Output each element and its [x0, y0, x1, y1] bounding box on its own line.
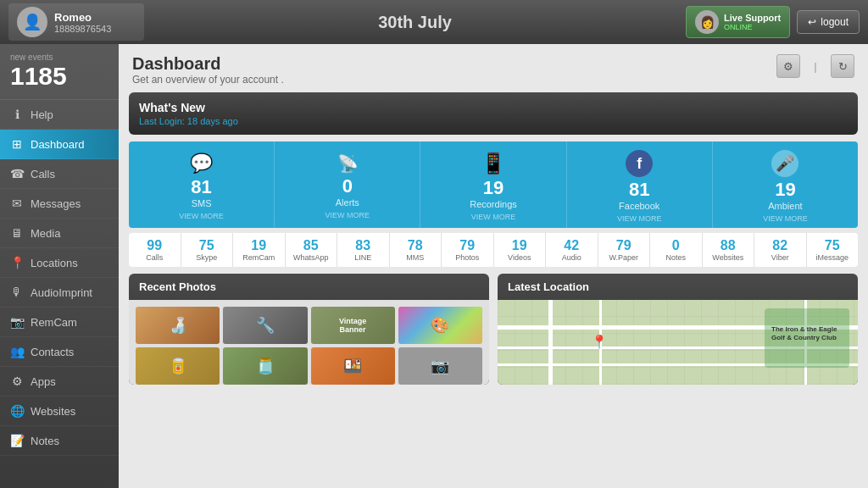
facebook-number: 81	[629, 179, 649, 201]
remcam-icon: 📷	[10, 315, 24, 329]
mini-stat-photos[interactable]: 79 Photos	[442, 233, 494, 267]
photo-thumb-5[interactable]: 🥫	[136, 347, 220, 385]
nav-label-notes: Notes	[31, 435, 59, 447]
support-label: Live Support	[724, 13, 781, 23]
alerts-icon: 📡	[337, 153, 357, 174]
facebook-view-more: VIEW MORE	[617, 214, 662, 223]
recent-photos-content: 🍶 🔧 VintageBanner 🎨 🥫 🫙 🍱 📷	[129, 300, 489, 385]
nav-label-contacts: Contacts	[31, 346, 74, 358]
nav-label-remcam: RemCam	[31, 316, 77, 329]
photo-thumb-7[interactable]: 🍱	[311, 347, 395, 385]
mini-stat-imessage[interactable]: 75 iMessage	[807, 233, 859, 267]
photo-thumb-1[interactable]: 🍶	[136, 307, 220, 344]
user-info: 👤 Romeo 18889876543	[8, 3, 144, 41]
sidebar-item-calls[interactable]: ☎ Calls	[0, 159, 119, 189]
sidebar-item-websites[interactable]: 🌐 Websites	[0, 396, 119, 426]
sidebar: new events 1185 ℹ Help ⊞ Dashboard ☎ Cal…	[0, 44, 119, 488]
bottom-panels: Recent Photos 🍶 🔧 VintageBanner 🎨 🥫 🫙 🍱 …	[129, 274, 858, 385]
page-title: Dashboard	[132, 54, 284, 74]
nav-label-audioimprint: AudioImprint	[31, 286, 92, 299]
map-pin: 📍	[591, 334, 608, 350]
photo-thumb-6[interactable]: 🫙	[223, 347, 307, 385]
dashboard-icon: ⊞	[10, 137, 24, 151]
photo-thumb-2[interactable]: 🔧	[223, 307, 307, 344]
mini-stat-wpaper[interactable]: 79 W.Paper	[598, 233, 651, 267]
audioimprint-icon: 🎙	[10, 286, 24, 299]
header-right: 👩 Live Support ONLINE ↩ logout	[686, 6, 860, 38]
sidebar-item-apps[interactable]: ⚙ Apps	[0, 367, 119, 396]
sms-number: 81	[191, 176, 211, 198]
notes-icon: 📝	[10, 434, 24, 447]
mini-stat-skype[interactable]: 75 Skype	[181, 233, 234, 267]
mini-stat-notes[interactable]: 0 Notes	[650, 233, 703, 267]
date-display: 30th July	[153, 13, 677, 32]
ambient-view-more: VIEW MORE	[763, 214, 808, 223]
main-layout: new events 1185 ℹ Help ⊞ Dashboard ☎ Cal…	[0, 44, 868, 488]
stat-recordings[interactable]: 📱 19 Recordings VIEW MORE	[420, 141, 566, 228]
support-avatar: 👩	[695, 10, 719, 34]
contacts-icon: 👥	[10, 345, 24, 358]
photo-thumb-3[interactable]: VintageBanner	[311, 307, 395, 344]
stat-sms[interactable]: 💬 81 SMS VIEW MORE	[129, 141, 275, 228]
sidebar-item-media[interactable]: 🖥 Media	[0, 219, 119, 248]
facebook-label: Facebook	[619, 201, 659, 211]
alerts-label: Alerts	[336, 197, 359, 208]
stat-facebook[interactable]: f 81 Facebook VIEW MORE	[567, 141, 713, 228]
sidebar-item-help[interactable]: ℹ Help	[0, 100, 119, 130]
recent-photos-panel: Recent Photos 🍶 🔧 VintageBanner 🎨 🥫 🫙 🍱 …	[129, 274, 489, 385]
nav-label-websites: Websites	[31, 405, 75, 418]
mini-stat-videos[interactable]: 19 Videos	[494, 233, 547, 267]
photo-thumb-4[interactable]: 🎨	[398, 307, 482, 344]
mini-stat-websites[interactable]: 88 Websites	[703, 233, 755, 267]
latest-location-title: Latest Location	[498, 274, 858, 300]
nav-label-dashboard: Dashboard	[31, 138, 85, 151]
help-icon: ℹ	[10, 108, 24, 121]
stat-ambient[interactable]: 🎤 19 Ambient VIEW MORE	[713, 141, 858, 228]
logout-button[interactable]: ↩ logout	[797, 10, 860, 34]
events-number: 1185	[10, 62, 108, 91]
media-icon: 🖥	[10, 226, 24, 240]
main-stats-row: 💬 81 SMS VIEW MORE 📡 0 Alerts VIEW MORE …	[129, 141, 858, 228]
sidebar-item-notes[interactable]: 📝 Notes	[0, 426, 119, 456]
ambient-icon: 🎤	[771, 150, 798, 177]
photo-thumb-8[interactable]: 📷	[398, 347, 482, 385]
sidebar-item-contacts[interactable]: 👥 Contacts	[0, 337, 119, 367]
sidebar-item-messages[interactable]: ✉ Messages	[0, 189, 119, 219]
alerts-view-more: VIEW MORE	[326, 211, 370, 219]
content-area: Dashboard Get an overview of your accoun…	[119, 44, 868, 488]
stat-alerts[interactable]: 📡 0 Alerts VIEW MORE	[275, 141, 420, 228]
mini-stat-line[interactable]: 83 LINE	[337, 233, 390, 267]
nav-label-calls: Calls	[31, 168, 55, 180]
settings-button[interactable]: ⚙	[776, 54, 800, 78]
mini-stats-row: 99 Calls 75 Skype 19 RemCam 85 WhatsApp …	[129, 233, 858, 267]
ambient-label: Ambient	[768, 201, 802, 211]
sms-icon: 💬	[190, 152, 213, 175]
sidebar-item-locations[interactable]: 📍 Locations	[0, 248, 119, 278]
sidebar-item-remcam[interactable]: 📷 RemCam	[0, 308, 119, 337]
sidebar-item-audioimprint[interactable]: 🎙 AudioImprint	[0, 278, 119, 308]
map-label: The Iron & the Eagle Golf & Country Club	[771, 325, 848, 341]
mini-stat-mms[interactable]: 78 MMS	[390, 233, 442, 267]
nav-label-help: Help	[31, 108, 53, 121]
mini-stat-calls[interactable]: 99 Calls	[129, 233, 181, 267]
refresh-button[interactable]: ↻	[831, 54, 854, 78]
events-counter: new events 1185	[0, 44, 119, 100]
live-support-button[interactable]: 👩 Live Support ONLINE	[686, 6, 790, 38]
recordings-number: 19	[483, 177, 504, 199]
nav-label-apps: Apps	[31, 375, 56, 388]
divider-icon: |	[804, 54, 827, 78]
mini-stat-audio[interactable]: 42 Audio	[546, 233, 598, 267]
facebook-icon: f	[626, 150, 653, 177]
events-label: new events	[10, 53, 108, 62]
calls-icon: ☎	[10, 167, 24, 180]
mini-stat-viber[interactable]: 82 Viber	[754, 233, 807, 267]
ambient-number: 19	[775, 179, 795, 201]
dashboard-actions: ⚙ | ↻	[776, 54, 854, 78]
mini-stat-whatsapp[interactable]: 85 WhatsApp	[286, 233, 338, 267]
mini-stat-remcam[interactable]: 19 RemCam	[233, 233, 286, 267]
messages-icon: ✉	[10, 197, 24, 210]
user-phone: 18889876543	[54, 24, 111, 34]
logout-icon: ↩	[808, 16, 816, 28]
sidebar-item-dashboard[interactable]: ⊞ Dashboard	[0, 130, 119, 159]
map-area[interactable]: The Iron & the Eagle Golf & Country Club…	[498, 300, 858, 385]
